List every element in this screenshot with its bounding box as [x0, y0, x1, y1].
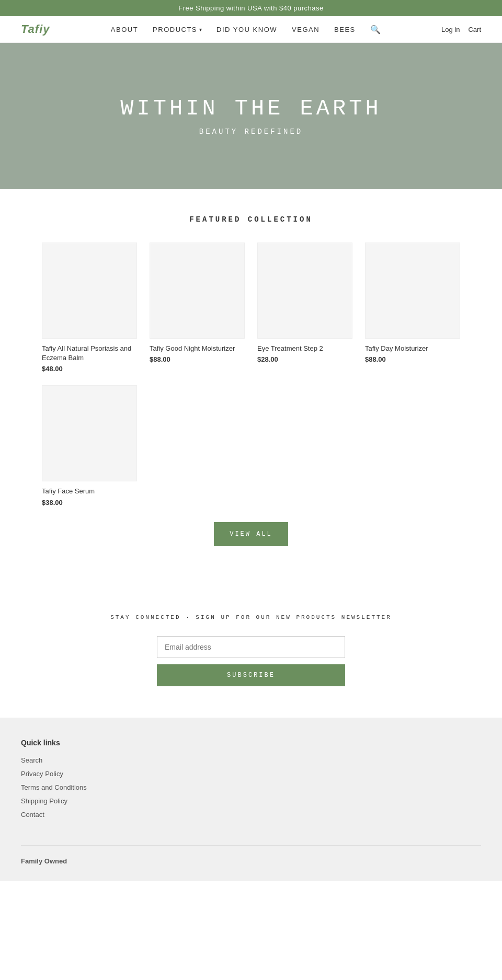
product-name-5: Tafiy Face Serum [42, 487, 137, 496]
footer-bottom: Family Owned [21, 845, 481, 866]
announcement-bar: Free Shipping within USA with $40 purcha… [0, 0, 502, 16]
footer-top: Quick links Search Privacy Policy Terms … [21, 739, 481, 819]
product-image-5 [42, 385, 137, 481]
footer-link-privacy[interactable]: Privacy Policy [21, 769, 481, 778]
subscribe-button[interactable]: SUBSCRIBE [157, 664, 345, 686]
family-owned-text: Family Owned [21, 857, 67, 865]
hero-subtitle: BEAUTY REDEFINED [199, 128, 303, 136]
quick-links-title: Quick links [21, 739, 481, 747]
hero-title: WITHIN THE EARTH [120, 96, 381, 121]
footer-search-link[interactable]: Search [21, 756, 42, 764]
footer-link-terms[interactable]: Terms and Conditions [21, 782, 481, 792]
nav-bees[interactable]: BEES [334, 26, 356, 33]
announcement-text: Free Shipping within USA with $40 purcha… [178, 4, 324, 12]
product-price-3: $28.00 [257, 355, 352, 363]
footer-link-contact[interactable]: Contact [21, 810, 481, 819]
main-nav: ABOUT PRODUCTS ▾ DID YOU KNOW VEGAN BEES… [111, 25, 381, 34]
footer-link-search[interactable]: Search [21, 755, 481, 765]
product-name-3: Eye Treatment Step 2 [257, 344, 352, 353]
footer-link-shipping[interactable]: Shipping Policy [21, 796, 481, 805]
product-card-4[interactable]: Tafiy Day Moisturizer $88.00 [365, 243, 460, 373]
footer-terms-link[interactable]: Terms and Conditions [21, 783, 87, 791]
nav-products-dropdown[interactable]: PRODUCTS ▾ [153, 26, 202, 33]
view-all-button[interactable]: VIEW ALL [214, 522, 288, 546]
featured-collection-title: FEATURED COLLECTION [21, 215, 481, 224]
newsletter-tagline: STAY CONNECTED · SIGN UP FOR OUR NEW PRO… [10, 614, 492, 620]
login-link[interactable]: Log in [441, 26, 460, 33]
product-price-4: $88.00 [365, 355, 460, 363]
site-logo[interactable]: Tafiy [21, 22, 50, 36]
product-price-2: $88.00 [150, 355, 245, 363]
cart-link[interactable]: Cart [468, 26, 481, 33]
header-icons: Log in Cart [441, 26, 481, 33]
product-card-2[interactable]: Tafiy Good Night Moisturizer $88.00 [150, 243, 245, 373]
footer-contact-link[interactable]: Contact [21, 811, 44, 818]
product-name-4: Tafiy Day Moisturizer [365, 344, 460, 353]
product-card-1[interactable]: Tafiy All Natural Psoriasis and Eczema B… [42, 243, 137, 373]
newsletter-form: SUBSCRIBE [157, 636, 345, 686]
nav-did-you-know[interactable]: DID YOU KNOW [216, 26, 277, 33]
site-footer: Quick links Search Privacy Policy Terms … [0, 718, 502, 881]
footer-privacy-link[interactable]: Privacy Policy [21, 770, 63, 778]
email-input[interactable] [157, 636, 345, 658]
nav-vegan[interactable]: VEGAN [292, 26, 320, 33]
featured-collection-section: FEATURED COLLECTION Tafiy All Natural Ps… [0, 189, 502, 593]
hero-section: WITHIN THE EARTH BEAUTY REDEFINED [0, 43, 502, 189]
product-price-5: $38.00 [42, 499, 137, 506]
product-card-3[interactable]: Eye Treatment Step 2 $28.00 [257, 243, 352, 373]
product-card-5[interactable]: Tafiy Face Serum $38.00 [42, 385, 137, 506]
product-image-4 [365, 243, 460, 339]
products-grid-row1: Tafiy All Natural Psoriasis and Eczema B… [42, 243, 460, 373]
view-all-container: VIEW ALL [21, 522, 481, 546]
footer-shipping-link[interactable]: Shipping Policy [21, 797, 67, 805]
newsletter-section: STAY CONNECTED · SIGN UP FOR OUR NEW PRO… [0, 593, 502, 718]
product-image-3 [257, 243, 352, 339]
product-name-2: Tafiy Good Night Moisturizer [150, 344, 245, 353]
quick-links-list: Search Privacy Policy Terms and Conditio… [21, 755, 481, 819]
nav-about[interactable]: ABOUT [111, 26, 138, 33]
products-grid-row2: Tafiy Face Serum $38.00 [42, 385, 460, 506]
site-header: Tafiy ABOUT PRODUCTS ▾ DID YOU KNOW VEGA… [0, 16, 502, 43]
search-button[interactable]: 🔍 [370, 25, 381, 34]
product-image-1 [42, 243, 137, 339]
product-price-1: $48.00 [42, 365, 137, 373]
nav-products-link[interactable]: PRODUCTS [153, 26, 197, 33]
chevron-down-icon: ▾ [199, 27, 202, 32]
product-image-2 [150, 243, 245, 339]
product-name-1: Tafiy All Natural Psoriasis and Eczema B… [42, 344, 137, 363]
